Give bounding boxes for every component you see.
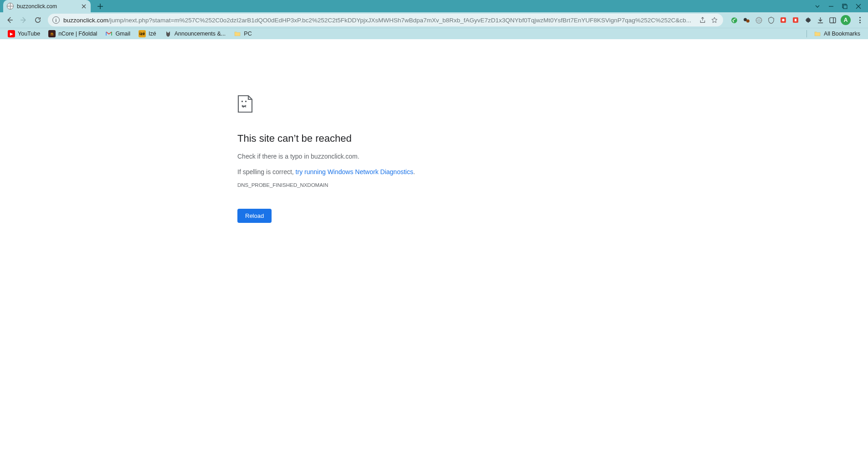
bookmark-label: YouTube (18, 31, 40, 37)
bookmark-gmail[interactable]: Gmail (102, 29, 134, 39)
error-code: DNS_PROBE_FINISHED_NXDOMAIN (237, 182, 465, 188)
dead-page-icon (237, 95, 465, 113)
error-subtext: Check if there is a typo in buzzonclick.… (237, 153, 465, 160)
extensions-puzzle-icon[interactable] (804, 16, 812, 24)
url-domain: buzzonclick.com (63, 17, 108, 24)
toolbar-right: A (727, 15, 865, 25)
svg-rect-12 (241, 101, 243, 102)
address-bar[interactable]: i buzzonclick.com/jump/next.php?stamat=m… (48, 14, 723, 26)
folder-icon (814, 30, 821, 37)
ize-icon: izé (139, 30, 146, 37)
all-bookmarks-label: All Bookmarks (824, 31, 860, 37)
tab-strip: buzzonclick.com (0, 0, 868, 12)
error-heading: This site can’t be reached (237, 133, 465, 144)
downloads-icon[interactable] (816, 16, 824, 24)
svg-rect-10 (830, 17, 836, 22)
bookmark-youtube[interactable]: ▶ YouTube (5, 29, 43, 39)
tab-title: buzzonclick.com (17, 3, 77, 10)
bookmark-label: nCore | Főoldal (58, 31, 97, 37)
menu-button[interactable] (855, 17, 865, 23)
window-controls (808, 0, 868, 12)
toolbar: i buzzonclick.com/jump/next.php?stamat=m… (0, 12, 868, 28)
bookmarks-right: All Bookmarks (806, 29, 863, 39)
svg-point-4 (746, 19, 749, 22)
error-check-domain: buzzonclick.com (311, 153, 358, 160)
profile-avatar[interactable]: A (841, 15, 851, 25)
forward-button[interactable] (17, 14, 30, 26)
new-tab-button[interactable] (94, 0, 106, 12)
bookmark-ize[interactable]: izé Izé (135, 29, 159, 39)
reload-page-button[interactable]: Reload (237, 209, 272, 223)
bookmarks-left: ▶ YouTube n nCore | Főoldal Gmail izé Iz… (5, 29, 255, 39)
extension-icon-5[interactable] (779, 16, 787, 24)
bookmark-ncore[interactable]: n nCore | Főoldal (45, 29, 100, 39)
separator (806, 30, 807, 37)
bookmark-label: Izé (149, 31, 156, 37)
folder-icon (234, 30, 241, 37)
svg-rect-13 (245, 101, 247, 102)
browser-tab[interactable]: buzzonclick.com (3, 0, 91, 12)
bookmark-star-icon[interactable] (710, 16, 719, 24)
svg-rect-1 (843, 5, 847, 9)
bookmark-label: Gmail (115, 31, 130, 37)
svg-rect-9 (795, 19, 796, 21)
extension-icon-6[interactable] (791, 16, 800, 24)
extension-icon-4[interactable] (767, 16, 775, 24)
globe-icon (7, 3, 14, 10)
bookmark-label: Announcements &... (175, 31, 226, 37)
page-content: This site can’t be reached Check if ther… (0, 39, 868, 469)
side-panel-icon[interactable] (828, 16, 837, 24)
error-line2: If spelling is correct, try running Wind… (237, 168, 465, 175)
close-tab-icon[interactable] (81, 3, 87, 10)
svg-point-7 (782, 19, 784, 21)
svg-point-2 (731, 17, 737, 23)
error-spelling-pre: If spelling is correct, (237, 168, 296, 175)
reload-button[interactable] (31, 14, 44, 26)
ncore-icon: n (48, 30, 56, 37)
all-bookmarks-button[interactable]: All Bookmarks (811, 29, 863, 39)
avatar-letter: A (844, 17, 848, 23)
error-check-pre: Check if there is a typo in (237, 153, 311, 160)
gmail-icon (105, 30, 113, 37)
chevron-down-icon[interactable] (814, 3, 821, 10)
diagnostics-link[interactable]: try running Windows Network Diagnostics (296, 168, 413, 175)
bookmark-label: PC (244, 31, 252, 37)
window-close-button[interactable] (855, 3, 862, 10)
back-button[interactable] (3, 14, 15, 26)
bookmark-pc[interactable]: PC (231, 29, 255, 39)
youtube-icon: ▶ (8, 30, 15, 37)
share-icon[interactable] (699, 16, 707, 24)
extension-icon-3[interactable] (755, 16, 763, 24)
site-info-icon[interactable]: i (52, 16, 60, 24)
error-block: This site can’t be reached Check if ther… (237, 95, 465, 223)
url-text: buzzonclick.com/jump/next.php?stamat=m%2… (63, 17, 695, 24)
url-path: /jump/next.php?stamat=m%257C%252C0o2dzI2… (108, 17, 691, 24)
maximize-button[interactable] (841, 3, 848, 10)
extension-icon-2[interactable] (742, 16, 750, 24)
minimize-button[interactable] (827, 3, 835, 10)
extension-icon-1[interactable] (730, 16, 738, 24)
bookmarks-bar: ▶ YouTube n nCore | Főoldal Gmail izé Iz… (0, 28, 868, 39)
announcements-icon (164, 30, 172, 37)
bookmark-announcements[interactable]: Announcements &... (161, 29, 229, 39)
